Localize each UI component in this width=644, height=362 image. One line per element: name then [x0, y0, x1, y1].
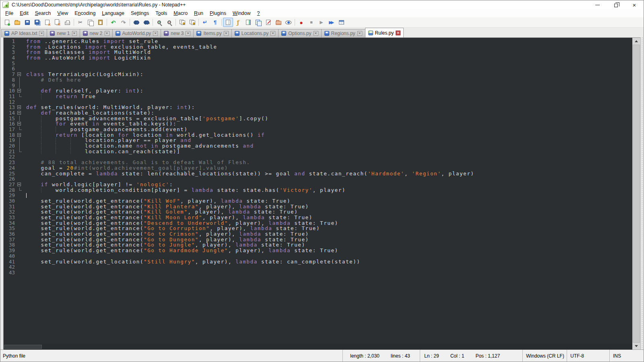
code-line[interactable]: 12 — [4, 99, 632, 105]
code-line[interactable]: 1from ..generic.Rules import set_rule — [4, 39, 632, 44]
code-line[interactable]: 24 goal = 20#int(world.achievement_goal[… — [4, 165, 632, 171]
code-line[interactable]: 17 postgame_advancements.add(event) — [4, 127, 632, 132]
code-line[interactable]: 42 — [4, 264, 632, 270]
sync-vertical-button[interactable] — [177, 18, 187, 27]
code-line[interactable]: 8 # Defs here — [4, 77, 632, 83]
monitoring-button[interactable] — [283, 18, 293, 27]
code-line[interactable]: 14 def reachable_locations(state): — [4, 110, 632, 116]
fold-marker[interactable] — [17, 88, 23, 94]
menu-item-help[interactable]: ? — [254, 10, 263, 17]
macro-run-multiple-button[interactable]: ▶▶ — [326, 18, 336, 27]
macro-play-button[interactable]: ▶ — [316, 18, 326, 27]
document-list-button[interactable] — [253, 18, 263, 27]
tab-close-icon[interactable]: ✕ — [105, 31, 109, 36]
function-list-button[interactable]: ƒ — [233, 18, 243, 27]
code-line[interactable]: 37 set_rule(world.get_entrance("Go to Du… — [4, 237, 632, 243]
fold-marker[interactable] — [17, 110, 23, 116]
vertical-scrollbar[interactable] — [632, 37, 640, 350]
folder-panel-button[interactable] — [273, 18, 283, 27]
editor[interactable]: 1from ..generic.Rules import set_rule2fr… — [4, 38, 632, 344]
code-line[interactable]: 33 set_rule(world.get_entrance("Kill Moo… — [4, 215, 632, 220]
code-line[interactable]: 35 set_rule(world.get_entrance("Go to Co… — [4, 226, 632, 231]
paste-button[interactable] — [95, 18, 105, 27]
menu-item-tools[interactable]: Tools — [152, 10, 170, 17]
status-encoding[interactable]: UTF-8 — [567, 350, 609, 362]
menu-item-plugins[interactable]: Plugins — [206, 10, 229, 17]
save-button[interactable] — [22, 18, 32, 27]
close-button[interactable]: × — [625, 0, 644, 9]
copy-button[interactable] — [85, 18, 95, 27]
code-line[interactable]: 26 — [4, 176, 632, 182]
code-line[interactable]: 34 set_rule(world.get_entrance("Descend … — [4, 220, 632, 226]
macro-stop-button[interactable]: ■ — [306, 18, 316, 27]
tab-new-1[interactable]: new 1✕ — [47, 29, 80, 37]
find-button[interactable] — [131, 18, 141, 27]
code-line[interactable]: 40 — [4, 253, 632, 259]
tab-close-icon[interactable]: ✕ — [186, 31, 190, 36]
code-line[interactable]: 43 — [4, 270, 632, 276]
tab-new-2[interactable]: new 2✕ — [80, 29, 113, 37]
menu-item-window[interactable]: Window — [229, 10, 254, 17]
new-file-button[interactable] — [2, 18, 12, 27]
tab-close-icon[interactable]: ✕ — [270, 31, 275, 36]
tab-close-icon[interactable]: ✕ — [396, 31, 400, 35]
redo-button[interactable]: ↷ — [118, 18, 128, 27]
code-line[interactable]: 9 — [4, 83, 632, 88]
code-line[interactable]: 7class TerrariaLogic(LogicMixin): — [4, 72, 632, 77]
file-edit-button[interactable] — [263, 18, 273, 27]
code-line[interactable]: 39 set_rule(world.get_entrance("Go to Ha… — [4, 248, 632, 253]
menu-item-view[interactable]: View — [54, 10, 71, 17]
code-line[interactable]: 29 — [4, 193, 632, 198]
show-all-characters-button[interactable]: ¶ — [210, 18, 220, 27]
menu-item-language[interactable]: Language — [99, 10, 128, 17]
menu-item-encoding[interactable]: Encoding — [71, 10, 99, 17]
word-wrap-button[interactable]: ↵ — [200, 18, 210, 27]
menu-item-search[interactable]: Search — [32, 10, 54, 17]
code-line[interactable]: 21 location.can_reach(state)] — [4, 149, 632, 154]
menu-item-settings[interactable]: Settings — [128, 10, 152, 17]
tab-ap-ideas-txt[interactable]: AP Ideas.txt✕ — [1, 29, 47, 37]
vertical-scrollbar-thumb[interactable] — [633, 45, 640, 343]
tab-close-icon[interactable]: ✕ — [224, 31, 229, 36]
code-line[interactable]: 4from ..AutoWorld import LogicMixin — [4, 55, 632, 61]
restore-button[interactable] — [607, 0, 625, 9]
code-line[interactable]: 15 postgame_advancements = exclusion_tab… — [4, 116, 632, 121]
undo-button[interactable]: ↶ — [108, 18, 118, 27]
code-line[interactable]: 30 set_rule(world.get_entrance("Kill WoF… — [4, 198, 632, 204]
code-line[interactable]: 28 world.completion_condition[player] = … — [4, 187, 632, 193]
code-line[interactable]: 27 if world.logic[player] != 'nologic': — [4, 182, 632, 187]
tab-new-3[interactable]: new 3✕ — [161, 29, 194, 37]
fold-marker[interactable] — [17, 121, 23, 127]
code-line[interactable]: 5 — [4, 61, 632, 66]
fold-marker[interactable] — [17, 105, 23, 110]
tab-locations-py[interactable]: Locations.py✕ — [231, 29, 279, 37]
code-line[interactable]: 38 set_rule(world.get_entrance("Go to Ju… — [4, 242, 632, 248]
fold-marker[interactable] — [17, 72, 23, 77]
open-file-button[interactable] — [12, 18, 22, 27]
tab-rules-py[interactable]: Rules.py✕ — [365, 28, 404, 37]
code-area[interactable]: 1from ..generic.Rules import set_rule2fr… — [4, 38, 632, 276]
horizontal-scrollbar-thumb[interactable] — [4, 345, 42, 349]
fold-marker[interactable] — [17, 182, 23, 187]
code-line[interactable]: 6 — [4, 66, 632, 72]
code-line[interactable]: 25 can_complete = lambda state: len(reac… — [4, 171, 632, 177]
code-line[interactable]: 36 set_rule(world.get_entrance("Go to Cr… — [4, 231, 632, 237]
fold-marker[interactable] — [17, 132, 23, 138]
code-line[interactable]: 11 return True — [4, 94, 632, 99]
macro-record-button[interactable]: ● — [296, 18, 306, 27]
tab-regions-py[interactable]: Regions.py✕ — [321, 29, 365, 37]
code-line[interactable]: 32 set_rule(world.get_entrance("Kill Gol… — [4, 209, 632, 215]
tab-options-py[interactable]: Options.py✕ — [278, 29, 321, 37]
tab-autoworld-py[interactable]: AutoWorld.py✕ — [112, 29, 161, 37]
close-all-button[interactable] — [52, 18, 62, 27]
code-line[interactable]: 10 def rule(self, player: int): — [4, 88, 632, 94]
code-line[interactable]: 31 set_rule(world.get_entrance("Kill Pla… — [4, 204, 632, 210]
status-eol[interactable]: Windows (CR LF) — [522, 350, 567, 362]
code-line[interactable]: 2from .Locations import exclusion_table,… — [4, 44, 632, 50]
code-line[interactable]: 13def set_rules(world: MultiWorld, playe… — [4, 105, 632, 110]
menu-item-edit[interactable]: Edit — [17, 10, 32, 17]
macro-save-button[interactable] — [336, 18, 347, 27]
code-line[interactable]: 16 for event in events_table.keys(): — [4, 121, 632, 127]
tab-close-icon[interactable]: ✕ — [314, 31, 318, 36]
menu-item-macro[interactable]: Macro — [170, 10, 191, 17]
